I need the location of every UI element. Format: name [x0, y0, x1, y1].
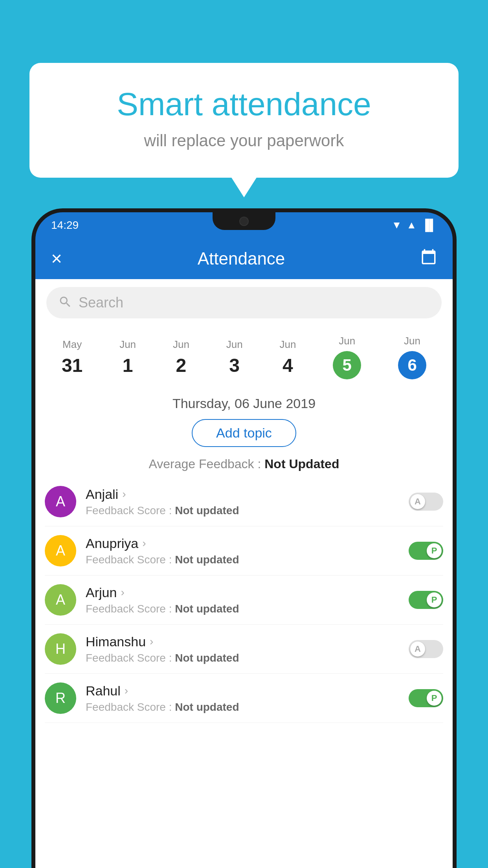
chevron-icon: ›: [150, 635, 153, 648]
student-info-0: Anjali ›Feedback Score : Not updated: [86, 487, 399, 517]
student-item-0[interactable]: AAnjali ›Feedback Score : Not updatedA: [45, 477, 443, 526]
student-name-0: Anjali ›: [86, 487, 399, 502]
status-time: 14:29: [51, 219, 79, 232]
toggle-knob-3: A: [410, 642, 425, 657]
student-avatar-1: A: [45, 535, 76, 566]
screen-content: Search May31Jun1Jun2Jun3Jun4Jun5Jun6 Thu…: [35, 279, 453, 868]
speech-bubble: Smart attendance will replace your paper…: [29, 63, 459, 178]
student-name-1: Anupriya ›: [86, 536, 399, 551]
student-item-4[interactable]: RRahul ›Feedback Score : Not updatedP: [45, 674, 443, 723]
calendar-strip: May31Jun1Jun2Jun3Jun4Jun5Jun6: [35, 326, 453, 388]
calendar-day-4[interactable]: Jun4: [273, 334, 302, 381]
status-icons: ▼ ▲ ▐▌: [392, 219, 437, 232]
wifi-icon: ▼: [392, 219, 402, 231]
calendar-day-2[interactable]: Jun2: [167, 334, 196, 381]
attendance-toggle-0[interactable]: A: [409, 493, 443, 511]
toggle-container-3: A: [409, 640, 443, 658]
day-month: Jun: [226, 338, 243, 351]
attendance-toggle-2[interactable]: P: [409, 591, 443, 609]
student-avatar-4: R: [45, 682, 76, 714]
calendar-day-5[interactable]: Jun5: [327, 330, 367, 384]
add-topic-button[interactable]: Add topic: [192, 419, 296, 447]
day-number: 1: [123, 355, 133, 376]
day-month: Jun: [173, 338, 189, 351]
day-number: 5: [333, 351, 361, 379]
phone-notch: [213, 212, 275, 230]
bubble-title: Smart attendance: [61, 86, 427, 122]
student-feedback-0: Feedback Score : Not updated: [86, 504, 399, 517]
student-feedback-4: Feedback Score : Not updated: [86, 701, 399, 714]
student-avatar-2: A: [45, 584, 76, 616]
toggle-container-4: P: [409, 689, 443, 707]
search-icon: [58, 295, 72, 311]
calendar-day-0[interactable]: May31: [55, 334, 89, 381]
day-number: 3: [229, 355, 240, 376]
toggle-knob-4: P: [427, 691, 442, 706]
chevron-icon: ›: [121, 586, 124, 599]
toggle-knob-0: A: [410, 494, 425, 509]
chevron-icon: ›: [122, 488, 126, 500]
chevron-icon: ›: [125, 684, 128, 697]
student-info-2: Arjun ›Feedback Score : Not updated: [86, 585, 399, 615]
student-item-1[interactable]: AAnupriya ›Feedback Score : Not updatedP: [45, 526, 443, 576]
day-number: 4: [283, 355, 293, 376]
student-item-3[interactable]: HHimanshu ›Feedback Score : Not updatedA: [45, 625, 443, 674]
student-item-2[interactable]: AArjun ›Feedback Score : Not updatedP: [45, 576, 443, 625]
selected-date: Thursday, 06 June 2019: [35, 388, 453, 415]
app-bar-title: Attendance: [198, 249, 285, 268]
attendance-toggle-4[interactable]: P: [409, 689, 443, 707]
day-month: May: [62, 338, 82, 351]
speech-bubble-container: Smart attendance will replace your paper…: [29, 63, 459, 178]
student-avatar-3: H: [45, 633, 76, 665]
app-bar: × Attendance: [35, 238, 453, 279]
feedback-label: Average Feedback :: [149, 457, 265, 471]
battery-icon: ▐▌: [421, 219, 437, 232]
toggle-container-1: P: [409, 542, 443, 560]
student-feedback-3: Feedback Score : Not updated: [86, 652, 399, 664]
toggle-knob-2: P: [427, 592, 442, 607]
attendance-toggle-1[interactable]: P: [409, 542, 443, 560]
phone-frame: 14:29 ▼ ▲ ▐▌ × Attendance: [31, 208, 457, 868]
chevron-icon: ›: [142, 537, 146, 550]
student-avatar-0: A: [45, 486, 76, 517]
student-info-3: Himanshu ›Feedback Score : Not updated: [86, 634, 399, 664]
calendar-icon[interactable]: [420, 248, 437, 269]
calendar-day-3[interactable]: Jun3: [220, 334, 249, 381]
student-name-3: Himanshu ›: [86, 634, 399, 649]
student-feedback-1: Feedback Score : Not updated: [86, 554, 399, 566]
bubble-subtitle: will replace your paperwork: [61, 131, 427, 150]
attendance-toggle-3[interactable]: A: [409, 640, 443, 658]
day-month: Jun: [404, 335, 420, 347]
student-info-1: Anupriya ›Feedback Score : Not updated: [86, 536, 399, 566]
student-list: AAnjali ›Feedback Score : Not updatedAAA…: [35, 477, 453, 723]
feedback-value: Not Updated: [264, 457, 339, 471]
day-month: Jun: [119, 338, 136, 351]
day-month: Jun: [339, 335, 355, 347]
calendar-day-1[interactable]: Jun1: [113, 334, 142, 381]
toggle-knob-1: P: [427, 543, 442, 558]
feedback-summary: Average Feedback : Not Updated: [35, 451, 453, 477]
day-month: Jun: [279, 338, 296, 351]
student-name-2: Arjun ›: [86, 585, 399, 600]
close-button[interactable]: ×: [51, 248, 62, 269]
day-number: 6: [398, 351, 426, 379]
search-placeholder: Search: [79, 294, 123, 311]
signal-icon: ▲: [407, 219, 417, 231]
student-feedback-2: Feedback Score : Not updated: [86, 603, 399, 615]
student-info-4: Rahul ›Feedback Score : Not updated: [86, 683, 399, 714]
student-name-4: Rahul ›: [86, 683, 399, 699]
front-camera: [239, 217, 249, 226]
day-number: 2: [176, 355, 187, 376]
day-number: 31: [62, 355, 83, 376]
phone-inner: 14:29 ▼ ▲ ▐▌ × Attendance: [35, 212, 453, 868]
toggle-container-0: A: [409, 493, 443, 511]
calendar-day-6[interactable]: Jun6: [392, 330, 433, 384]
toggle-container-2: P: [409, 591, 443, 609]
search-bar[interactable]: Search: [46, 287, 442, 318]
